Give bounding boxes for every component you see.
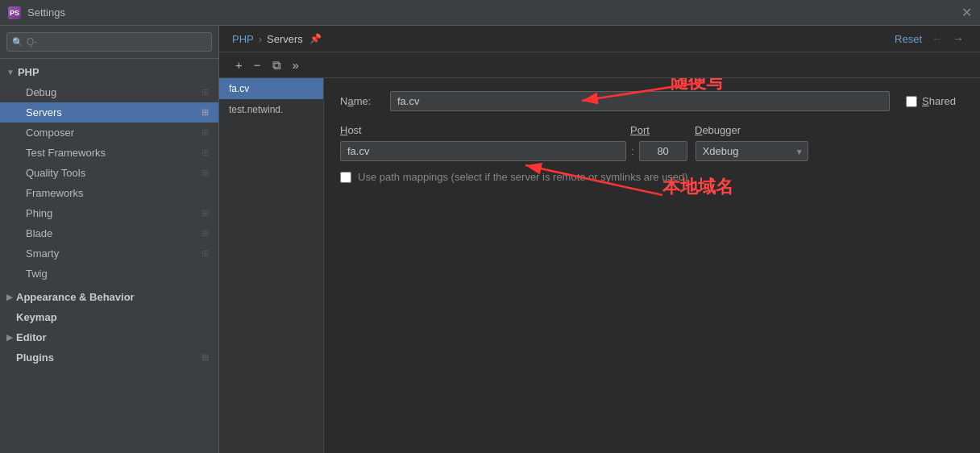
path-mappings-label: Use path mappings (select if the server …	[358, 171, 688, 183]
right-panel: PHP › Servers 📌 Reset ← → + − ⧉ »	[219, 26, 980, 453]
sidebar-item-debug[interactable]: Debug ⊞	[0, 82, 218, 102]
sidebar-item-appearance[interactable]: ▶ Appearance & Behavior	[0, 287, 218, 307]
settings-icon: ⊞	[201, 87, 209, 98]
settings-icon: ⊞	[201, 248, 209, 259]
title-bar: PS Settings ✕	[0, 0, 980, 26]
breadcrumb-actions: Reset ← →	[895, 32, 967, 45]
breadcrumb-separator: ›	[259, 33, 262, 45]
sidebar-item-keymap[interactable]: Keymap	[0, 307, 218, 327]
copy-server-button[interactable]: ⧉	[269, 57, 284, 73]
window-title: Settings	[27, 6, 65, 19]
chevron-right-icon: ▶	[6, 293, 13, 301]
search-box: 🔍	[0, 26, 218, 59]
settings-icon: ⊞	[201, 148, 209, 158]
sidebar-item-servers[interactable]: Servers ⊞	[0, 102, 218, 123]
settings-icon: ⊞	[201, 127, 209, 138]
add-server-button[interactable]: +	[232, 57, 246, 73]
breadcrumb-current: Servers	[267, 33, 303, 45]
forward-arrow[interactable]: →	[949, 32, 967, 45]
sidebar-item-label: Quality Tools	[26, 167, 85, 179]
sidebar-item-label: Smarty	[26, 247, 59, 260]
sidebar-item-label: PHP	[18, 66, 39, 78]
path-mappings-row: Use path mappings (select if the server …	[340, 171, 964, 183]
shared-checkbox-group: Shared	[906, 95, 956, 107]
detail-area: Name: Shared Host Port Debugge	[324, 78, 980, 453]
sidebar-item-test-frameworks[interactable]: Test Frameworks ⊞	[0, 143, 218, 163]
settings-icon: ⊞	[201, 107, 209, 118]
name-row: Name: Shared	[340, 91, 964, 111]
name-label-text: Name:	[340, 95, 371, 107]
settings-icon: ⊞	[201, 228, 209, 239]
sidebar-item-label: Keymap	[16, 311, 57, 323]
server-toolbar: + − ⧉ »	[219, 52, 980, 78]
main-content: 🔍 ▼ PHP Debug ⊞ Servers ⊞ Composer	[0, 26, 980, 453]
name-label: Name:	[340, 95, 380, 107]
shared-label: Shared	[922, 95, 956, 107]
sidebar-item-smarty[interactable]: Smarty ⊞	[0, 243, 218, 264]
sidebar-item-label: Frameworks	[26, 187, 84, 199]
sidebar-item-twig[interactable]: Twig	[0, 264, 218, 284]
more-actions-button[interactable]: »	[289, 57, 302, 73]
debugger-select-wrapper: Xdebug Zend Debugger ▼	[696, 141, 808, 161]
remove-server-button[interactable]: −	[251, 57, 264, 73]
host-label: Host	[340, 124, 630, 136]
host-labels-row: Host Port Debugger	[340, 124, 964, 136]
sidebar-item-frameworks[interactable]: Frameworks	[0, 183, 218, 203]
server-list: fa.cv test.netwind.	[219, 78, 324, 453]
chevron-down-icon: ▼	[6, 68, 15, 77]
path-mappings-checkbox[interactable]	[340, 172, 351, 183]
shared-checkbox[interactable]	[906, 96, 917, 107]
sidebar-item-label: Debug	[26, 86, 56, 98]
nav-arrows: ← →	[928, 32, 967, 45]
server-list-and-detail: fa.cv test.netwind. Name: Shared	[219, 78, 980, 453]
breadcrumb-bar: PHP › Servers 📌 Reset ← →	[219, 26, 980, 52]
server-list-item[interactable]: fa.cv	[219, 78, 323, 99]
settings-icon: ⊞	[201, 352, 209, 363]
search-input[interactable]	[6, 32, 212, 52]
host-section: Host Port Debugger : Xdebug Zend D	[340, 124, 964, 161]
server-list-item[interactable]: test.netwind.	[219, 99, 323, 120]
port-label: Port	[630, 124, 695, 136]
sidebar-item-label: Plugins	[16, 351, 54, 364]
reset-button[interactable]: Reset	[895, 33, 922, 45]
debugger-label: Debugger	[695, 124, 741, 136]
breadcrumb-php[interactable]: PHP	[232, 33, 254, 45]
back-arrow[interactable]: ←	[928, 32, 946, 45]
sidebar-item-label: Servers	[26, 106, 62, 118]
sidebar-item-quality-tools[interactable]: Quality Tools ⊞	[0, 163, 218, 183]
sidebar-item-label: Twig	[26, 268, 48, 280]
port-input[interactable]	[639, 141, 687, 161]
chevron-right-icon: ▶	[6, 333, 13, 342]
sidebar-item-php[interactable]: ▼ PHP	[0, 62, 218, 82]
sidebar-item-label: Blade	[26, 227, 52, 239]
app-icon: PS	[8, 6, 21, 19]
settings-icon: ⊞	[201, 208, 209, 218]
sidebar-nav: ▼ PHP Debug ⊞ Servers ⊞ Composer ⊞ Test …	[0, 59, 218, 453]
sidebar-item-label: Appearance & Behavior	[16, 291, 135, 303]
host-inputs-row: : Xdebug Zend Debugger ▼	[340, 141, 964, 161]
sidebar-item-label: Composer	[26, 127, 74, 139]
sidebar: 🔍 ▼ PHP Debug ⊞ Servers ⊞ Composer	[0, 26, 219, 453]
sidebar-item-editor[interactable]: ▶ Editor	[0, 327, 218, 347]
sidebar-item-label: Phing	[26, 207, 52, 219]
sidebar-item-plugins[interactable]: Plugins ⊞	[0, 347, 218, 368]
settings-icon: ⊞	[201, 168, 209, 178]
search-icon: 🔍	[12, 37, 23, 48]
sidebar-item-blade[interactable]: Blade ⊞	[0, 223, 218, 243]
sidebar-item-composer[interactable]: Composer ⊞	[0, 123, 218, 143]
port-colon: :	[631, 145, 634, 157]
name-input[interactable]	[390, 91, 890, 111]
close-button[interactable]: ✕	[961, 5, 972, 20]
sidebar-item-label: Test Frameworks	[26, 147, 106, 159]
host-input[interactable]	[340, 141, 626, 161]
annotation-text-1: 随便写	[671, 78, 724, 92]
sidebar-item-phing[interactable]: Phing ⊞	[0, 203, 218, 223]
sidebar-item-label: Editor	[16, 331, 47, 343]
debugger-select[interactable]: Xdebug Zend Debugger	[696, 141, 808, 161]
pin-icon: 📌	[309, 33, 322, 44]
